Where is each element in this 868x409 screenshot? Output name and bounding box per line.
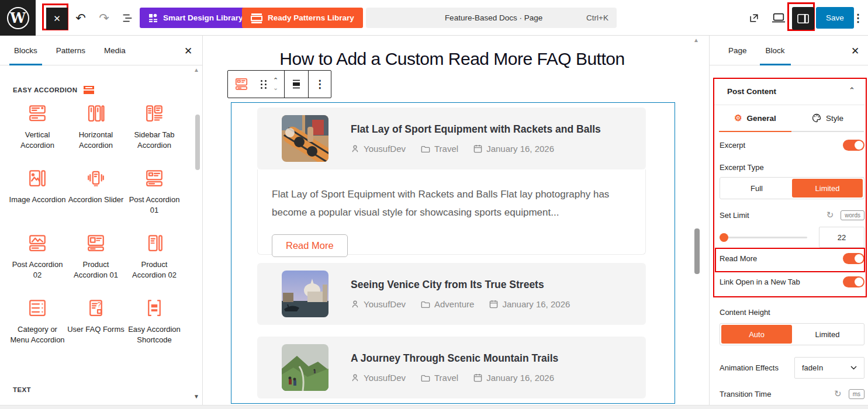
block-image-accordion[interactable]: Image Accordion [8, 168, 67, 215]
block-label: Category or Menu Accordion [8, 324, 67, 345]
block-user-faq-forms[interactable]: ? User FAQ Forms [67, 297, 125, 345]
block-options-button[interactable]: ⋮ [309, 71, 331, 98]
view-site-button[interactable] [742, 0, 766, 36]
tab-patterns[interactable]: Patterns [47, 36, 95, 65]
read-more-toggle[interactable] [843, 253, 864, 264]
close-inserter-button[interactable]: ✕ [181, 44, 195, 58]
product-accordion-02-icon [144, 233, 165, 254]
block-vertical-accordion[interactable]: Vertical Accordion [8, 103, 67, 150]
ms-unit-badge[interactable]: ms [849, 389, 864, 399]
easy-accordion-shortcode-icon [144, 297, 165, 318]
set-limit-slider[interactable] [720, 237, 807, 238]
redo-button[interactable]: ↷ [92, 0, 116, 36]
post-category[interactable]: Travel [421, 144, 458, 154]
animation-effects-select[interactable]: fadeIn [794, 357, 864, 379]
person-icon [351, 144, 359, 153]
block-sidebar-tab-accordion[interactable]: Sidebar Tab Accordion [125, 103, 184, 150]
post-accordion-item[interactable]: Flat Lay of Sport Equipment with Rackets… [257, 108, 646, 169]
post-author[interactable]: YousufDev [351, 144, 406, 154]
calendar-icon [473, 144, 482, 153]
post-author[interactable]: YousufDev [351, 299, 406, 309]
wordpress-logo[interactable]: W [0, 0, 36, 36]
block-product-accordion-02[interactable]: Product Accordion 02 [125, 233, 184, 280]
list-view-button[interactable] [116, 0, 139, 36]
block-post-accordion-02[interactable]: Post Accordion 02 [8, 233, 67, 280]
category-menu-accordion-icon [27, 297, 48, 318]
sidebar-scroll-down-arrow[interactable]: ▼ [193, 393, 199, 400]
tab-block[interactable]: Block [756, 36, 794, 65]
command-palette[interactable]: Feature-Based Docs · Page Ctrl+K [366, 8, 617, 28]
reset-icon[interactable]: ↻ [826, 210, 834, 220]
post-title[interactable]: Seeing Venice City from Its True Streets [351, 279, 570, 291]
excerpt-toggle[interactable] [843, 140, 864, 151]
preview-device-button[interactable] [767, 0, 790, 36]
panel-title[interactable]: Post Content [727, 87, 776, 96]
palette-icon [812, 113, 821, 123]
save-label: Save [826, 13, 844, 22]
post-category[interactable]: Travel [421, 373, 458, 383]
block-easy-accordion-shortcode[interactable]: Easy Accordion Shortcode [125, 297, 184, 345]
set-limit-label: Set Limit [720, 211, 749, 220]
tab-general[interactable]: ⚙ General [719, 113, 791, 132]
sidebar-scrollbar-thumb[interactable] [195, 115, 200, 170]
drag-handle[interactable]: ⌃⌄ [255, 71, 284, 98]
slider-thumb[interactable] [720, 233, 728, 242]
block-type-button[interactable] [228, 71, 255, 98]
canvas-scroll-up-arrow[interactable]: ▲ [693, 37, 699, 43]
post-category[interactable]: Adventure [421, 299, 474, 309]
canvas-scrollbar-thumb[interactable] [694, 228, 700, 274]
tab-blocks[interactable]: Blocks [5, 36, 47, 65]
block-toolbar: ⌃⌄ ⋮ [227, 70, 331, 98]
ready-patterns-library-label: Ready Patterns Library [268, 13, 354, 22]
link-new-tab-row: Link Open in a New Tab [720, 276, 864, 287]
calendar-icon [473, 373, 482, 382]
panel-collapse-button[interactable]: ⌃ [849, 86, 855, 95]
post-title[interactable]: A Journey Through Scenic Mountain Trails [351, 352, 558, 365]
tab-media[interactable]: Media [95, 36, 135, 65]
page-title[interactable]: How to Add a Custom Read More FAQ Button [203, 49, 701, 69]
accordion-slider-icon [85, 168, 106, 189]
date-text: January 16, 2026 [502, 299, 570, 309]
tab-style[interactable]: Style [791, 113, 864, 132]
post-accordion-item[interactable]: A Journey Through Scenic Mountain Trails… [257, 337, 646, 398]
tab-page[interactable]: Page [719, 36, 756, 65]
post-accordion-item[interactable]: Seeing Venice City from Its True Streets… [257, 263, 646, 325]
content-height-limited-button[interactable]: Limited [792, 325, 863, 344]
block-post-accordion-01[interactable]: Post Accordion 01 [125, 168, 184, 215]
block-horizontal-accordion[interactable]: Horizontal Accordion [67, 103, 125, 150]
settings-tabs: Page Block ✕ [710, 36, 868, 65]
set-limit-value-input[interactable]: 22 [819, 227, 864, 248]
sidebar-scroll-up-arrow[interactable]: ▲ [193, 67, 199, 73]
block-category-menu-accordion[interactable]: Category or Menu Accordion [8, 297, 67, 345]
block-accordion-slider[interactable]: Accordion Slider [67, 168, 125, 215]
close-settings-button[interactable]: ✕ [848, 44, 862, 58]
post-thumbnail-mountain [282, 344, 328, 391]
read-more-label: Read More [720, 254, 757, 263]
align-button[interactable] [285, 71, 308, 98]
easy-accordion-section-header: EASY ACCORDION [13, 85, 95, 95]
options-menu-button[interactable]: ⋮ [846, 0, 868, 36]
block-product-accordion-01[interactable]: Product Accordion 01 [67, 233, 125, 280]
content-height-auto-button[interactable]: Auto [721, 325, 792, 344]
block-label: Image Accordion [9, 195, 66, 205]
link-new-tab-toggle[interactable] [843, 276, 864, 287]
close-icon: ✕ [184, 45, 192, 57]
reset-icon[interactable]: ↻ [834, 389, 842, 399]
ready-patterns-library-button[interactable]: Ready Patterns Library [242, 8, 363, 28]
smart-design-library-button[interactable]: Smart Design Library [140, 8, 252, 28]
read-more-button[interactable]: Read More [272, 234, 348, 257]
words-unit-badge[interactable]: words [841, 210, 864, 220]
selected-post-accordion-block[interactable]: Flat Lay of Sport Equipment with Rackets… [231, 102, 675, 404]
settings-sidebar-toggle[interactable] [792, 7, 814, 30]
undo-button[interactable]: ↶ [69, 0, 92, 36]
close-icon: ✕ [851, 45, 859, 57]
post-title[interactable]: Flat Lay of Sport Equipment with Rackets… [351, 123, 601, 136]
excerpt-type-limited-button[interactable]: Limited [792, 179, 863, 197]
sidebar-tab-accordion-icon [144, 103, 165, 124]
post-author[interactable]: YousufDev [351, 373, 406, 383]
easy-accordion-logo-icon [83, 85, 95, 95]
move-block-buttons[interactable]: ⌃⌄ [273, 77, 278, 91]
close-editor-button[interactable]: ✕ [46, 8, 68, 30]
excerpt-type-full-button[interactable]: Full [721, 179, 792, 197]
category-name: Travel [434, 373, 458, 383]
